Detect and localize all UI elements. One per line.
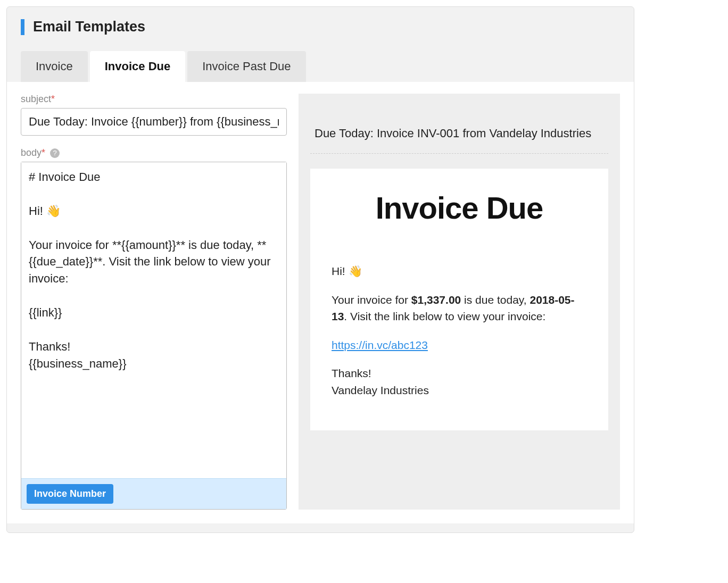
- tab-invoice-due[interactable]: Invoice Due: [90, 51, 185, 82]
- preview-signoff: Thanks! Vandelay Industries: [332, 365, 587, 398]
- editor-pane: subject* body* ? Invoice Number: [21, 94, 287, 510]
- preview-thanks: Thanks!: [332, 367, 371, 379]
- subject-label: subject*: [21, 94, 287, 105]
- title-accent-bar: [21, 19, 24, 35]
- preview-subject: Due Today: Invoice INV-001 from Vandelay…: [310, 105, 608, 154]
- email-templates-panel: Email Templates Invoice Invoice Due Invo…: [6, 6, 634, 533]
- preview-line1-pre: Your invoice for: [332, 294, 411, 306]
- preview-link[interactable]: https://in.vc/abc123: [332, 339, 428, 351]
- tab-invoice[interactable]: Invoice: [21, 51, 88, 82]
- preview-greeting: Hi! 👋: [332, 263, 587, 280]
- required-marker: *: [51, 94, 55, 104]
- body-label-text: body: [21, 147, 42, 158]
- panel-header: Email Templates: [7, 7, 634, 40]
- preview-line1: Your invoice for $1,337.00 is due today,…: [332, 292, 587, 325]
- preview-heading: Invoice Due: [332, 190, 587, 226]
- preview-card: Invoice Due Hi! 👋 Your invoice for $1,33…: [310, 169, 608, 430]
- content-area: subject* body* ? Invoice Number Due Toda…: [7, 82, 634, 523]
- token-bar: Invoice Number: [21, 478, 286, 509]
- help-icon[interactable]: ?: [50, 148, 60, 158]
- tab-invoice-past-due[interactable]: Invoice Past Due: [187, 51, 305, 82]
- preview-amount: $1,337.00: [411, 294, 461, 306]
- body-box: Invoice Number: [21, 162, 287, 510]
- preview-body: Hi! 👋 Your invoice for $1,337.00 is due …: [332, 263, 587, 398]
- subject-input[interactable]: [21, 108, 287, 136]
- required-marker: *: [42, 147, 45, 158]
- preview-line1-post: . Visit the link below to view your invo…: [344, 310, 545, 322]
- preview-line1-mid: is due today,: [461, 294, 530, 306]
- body-field: body* ? Invoice Number: [21, 147, 287, 510]
- preview-pane: Due Today: Invoice INV-001 from Vandelay…: [299, 94, 620, 510]
- preview-link-line: https://in.vc/abc123: [332, 337, 587, 354]
- body-textarea[interactable]: [21, 162, 286, 478]
- subject-label-text: subject: [21, 94, 51, 104]
- template-tabs: Invoice Invoice Due Invoice Past Due: [7, 51, 634, 82]
- preview-business: Vandelay Industries: [332, 384, 429, 396]
- body-label: body* ?: [21, 147, 287, 159]
- page-title: Email Templates: [33, 19, 145, 35]
- insert-invoice-number-button[interactable]: Invoice Number: [27, 484, 113, 504]
